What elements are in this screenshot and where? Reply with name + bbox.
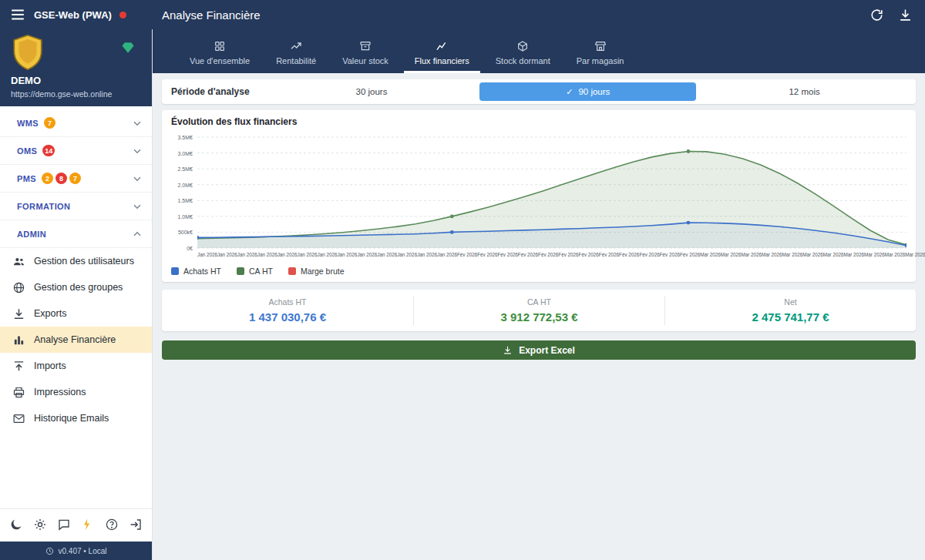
sidebar-section-pms[interactable]: PMS287	[0, 165, 152, 193]
legend-item-marge-brute[interactable]: Marge brute	[288, 267, 345, 276]
sidebar-footer: v0.407 • Local	[0, 542, 152, 560]
sidebar-item-impressions[interactable]: Impressions	[0, 379, 152, 405]
tab-stock-dormant[interactable]: Stock dormant	[485, 29, 561, 73]
groups-globe-icon	[12, 281, 25, 294]
top-bar-main: Analyse Financière	[153, 8, 925, 22]
y-tick-label: 3.5M€	[178, 135, 193, 140]
x-tick-label: Fév 2026	[558, 252, 578, 259]
status-dot	[119, 12, 126, 18]
chart-title: Évolution des flux financiers	[171, 116, 906, 127]
tab-rentabilite[interactable]: Rentabilité	[265, 29, 327, 73]
y-tick-label: 2.0M€	[178, 182, 193, 187]
gear-button[interactable]	[32, 518, 48, 533]
period-option-12-mois[interactable]: 12 mois	[696, 82, 913, 101]
sidebar-section-oms[interactable]: OMS14	[0, 137, 152, 165]
legend-item-ca-ht[interactable]: CA HT	[237, 267, 273, 276]
x-tick-label: Mar 2026	[843, 252, 864, 259]
period-selector-card: Période d'analyse 30 jours✓90 jours12 mo…	[162, 79, 916, 104]
help-button[interactable]	[104, 518, 119, 533]
menu-toggle-button[interactable]	[9, 6, 26, 23]
summary-label: Achats HT	[162, 297, 413, 307]
x-tick-label: Fév 2026	[619, 252, 639, 259]
environment-url-link[interactable]: https://demo.gse-web.online	[11, 89, 141, 99]
moon-button[interactable]	[8, 518, 24, 533]
lightning-button[interactable]	[80, 518, 96, 533]
chart-card: Évolution des flux financiers 0€500k€1.0…	[162, 110, 916, 282]
sidebar-item-analyse-financiere[interactable]: Analyse Financière	[0, 327, 152, 353]
section-chevron	[132, 201, 143, 212]
legend-swatch	[237, 267, 244, 275]
store-icon	[594, 40, 607, 52]
sidebar-item-gestion-des-groupes[interactable]: Gestion des groupes	[0, 274, 152, 300]
chevron-down-icon	[132, 201, 143, 212]
legend-item-achats-ht[interactable]: Achats HT	[171, 267, 221, 276]
version-text: v0.407 • Local	[59, 547, 107, 555]
sidebar-item-exports[interactable]: Exports	[0, 300, 152, 327]
period-option-label: 30 jours	[356, 87, 388, 96]
section-chevron	[132, 118, 143, 129]
section-chevron	[132, 229, 143, 240]
y-tick-label: 500k€	[178, 230, 193, 235]
legend-label: Achats HT	[183, 267, 221, 276]
chart-x-axis: Jan 2026Jan 2026Jan 2026Jan 2026Jan 2026…	[197, 252, 906, 259]
x-tick-label: Jan 2026	[417, 252, 437, 259]
section-chevron	[132, 146, 143, 156]
x-tick-label: Jan 2026	[257, 252, 278, 259]
period-option-90-jours[interactable]: ✓90 jours	[479, 82, 696, 101]
x-tick-label: Jan 2026	[437, 252, 457, 259]
content-area: Période d'analyse 30 jours✓90 jours12 mo…	[153, 73, 925, 560]
period-option-30-jours[interactable]: 30 jours	[264, 82, 480, 101]
logo-row	[11, 34, 141, 71]
sidebar-item-gestion-des-utilisateurs[interactable]: Gestion des utilisateurs	[0, 248, 152, 274]
sidebar-header: GSE-Web (PWA)	[0, 6, 153, 23]
menu-item-label: Analyse Financière	[34, 334, 116, 345]
chat-button[interactable]	[56, 518, 72, 533]
gear-icon	[33, 518, 47, 531]
x-tick-label: Jan 2026	[318, 252, 338, 259]
y-tick-label: 1.5M€	[178, 198, 193, 203]
chart-legend: Achats HTCA HTMarge brute	[171, 267, 906, 276]
tab-par-magasin[interactable]: Par magasin	[566, 29, 635, 73]
x-tick-label: Jan 2026	[337, 252, 357, 259]
menu-item-label: Exports	[34, 308, 66, 319]
sidebar-sections: WMS7OMS14PMS287FORMATIONADMIN	[0, 109, 152, 248]
x-tick-label: Mar 2026	[782, 252, 803, 259]
logout-button[interactable]	[128, 518, 143, 533]
trend-up-icon	[290, 40, 302, 52]
sidebar-section-wms[interactable]: WMS7	[0, 109, 152, 137]
section-label: WMS	[17, 119, 39, 128]
chevron-up-icon	[132, 229, 143, 240]
export-excel-button[interactable]: Export Excel	[162, 340, 916, 360]
sidebar-section-admin[interactable]: ADMIN	[0, 220, 152, 248]
chart-y-axis: 0€500k€1.0M€1.5M€2.0M€2.5M€3.0M€3.5M€	[171, 133, 193, 250]
import-icon	[12, 360, 25, 373]
tab-vue-d-ensemble[interactable]: Vue d'ensemble	[179, 29, 261, 73]
section-label: PMS	[17, 174, 36, 183]
y-tick-label: 2.5M€	[178, 166, 193, 172]
sidebar-section-formation[interactable]: FORMATION	[0, 193, 152, 220]
menu-item-label: Historique Emails	[34, 413, 109, 424]
tab-valeur-stock[interactable]: Valeur stock	[331, 29, 399, 73]
check-icon: ✓	[566, 87, 573, 97]
sidebar-item-historique-emails[interactable]: Historique Emails	[0, 405, 152, 431]
legend-label: CA HT	[249, 267, 273, 276]
sidebar-admin-items: Gestion des utilisateursGestion des grou…	[0, 248, 152, 431]
shield-logo	[11, 34, 45, 71]
refresh-button[interactable]	[870, 8, 884, 22]
main-area: Vue d'ensembleRentabilitéValeur stockFlu…	[153, 29, 925, 560]
gem-icon	[121, 42, 135, 54]
x-tick-label: Fév 2026	[457, 252, 477, 259]
section-badges: 14	[42, 145, 55, 156]
x-tick-label: Jan 2026	[197, 252, 217, 259]
sidebar: DEMO https://demo.gse-web.online WMS7OMS…	[0, 29, 153, 560]
download-button[interactable]	[898, 8, 913, 22]
sidebar-item-imports[interactable]: Imports	[0, 353, 152, 379]
app-root: GSE-Web (PWA) Analyse Financière	[0, 0, 925, 560]
x-tick-label: Fév 2026	[538, 252, 558, 259]
email-icon	[12, 412, 25, 425]
section-badges: 7	[44, 117, 56, 129]
chevron-down-icon	[132, 173, 143, 184]
grid-icon	[214, 40, 226, 52]
summary-card-ca-ht: CA HT3 912 772,53 €	[413, 296, 664, 325]
tab-flux-financiers[interactable]: Flux financiers	[404, 29, 480, 73]
